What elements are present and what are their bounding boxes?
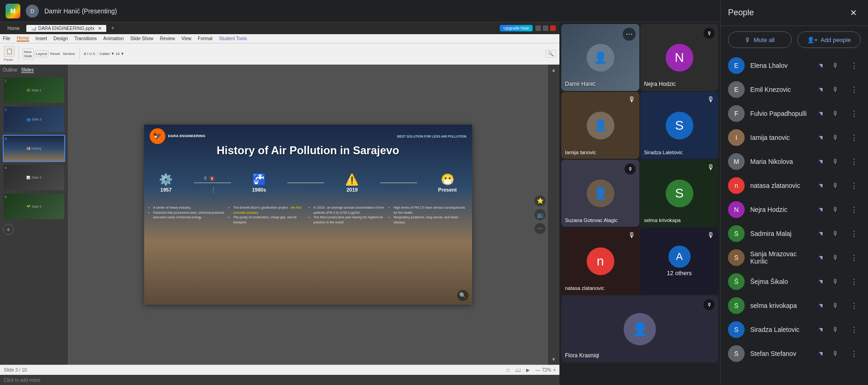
mute-elena-btn[interactable]: 🎙 bbox=[829, 59, 842, 72]
outline-tab[interactable]: Outline bbox=[3, 67, 18, 73]
thumb-1[interactable]: 🌿 Slide 1 1 bbox=[3, 77, 65, 104]
tool-star[interactable]: ⭐ bbox=[534, 195, 546, 206]
mute-nejra-btn[interactable]: 🎙 bbox=[829, 203, 842, 216]
name-stefan: Stefan Stefanov bbox=[750, 350, 813, 357]
more-sanja-btn[interactable]: ⋮ bbox=[848, 251, 861, 264]
video-tile-siradza: S Siradza Laletovic 🎙 bbox=[640, 92, 718, 159]
list-item-nejra[interactable]: N Nejra Hodzic 🇧🇦 🎙 ⋮ bbox=[721, 198, 868, 222]
damir-more-icon[interactable]: ⋯ bbox=[623, 28, 636, 41]
left-panel: M D Damir Hanić (Presenting) Home 📊 DARA… bbox=[0, 0, 720, 385]
video-tile-flora: 👤 Flora Krasniqi 🎙 bbox=[561, 295, 718, 362]
mute-all-btn[interactable]: 🎙 Mute all bbox=[728, 31, 792, 48]
more-stefan-btn[interactable]: ⋮ bbox=[848, 347, 861, 360]
more-iamija-btn[interactable]: ⋮ bbox=[848, 131, 861, 144]
mute-natasa-btn[interactable]: 🎙 bbox=[829, 179, 842, 192]
ppt-content-area: Outline Slides 🌿 Slide 1 1 👥 Slide 2 bbox=[0, 65, 559, 365]
more-emil-btn[interactable]: ⋮ bbox=[848, 83, 861, 96]
menu-view[interactable]: View bbox=[182, 36, 192, 41]
thumb-5[interactable]: 🌱 Slide 5 5 bbox=[3, 193, 65, 220]
close-btn[interactable] bbox=[550, 25, 556, 31]
add-people-btn[interactable]: 👤+ Add people bbox=[797, 31, 861, 48]
tool-presentation[interactable]: 📺 bbox=[534, 209, 546, 220]
paste-btn[interactable]: 📋 bbox=[4, 46, 15, 57]
list-item-elena[interactable]: E Elena Lhalov 🇧🇦 🎙 ⋮ bbox=[721, 54, 868, 78]
menu-design[interactable]: Design bbox=[54, 36, 68, 41]
view-slideshow[interactable]: ▶ bbox=[526, 367, 530, 373]
list-item-sejma[interactable]: Š Šejma Šikalo 🇧🇦 🎙 ⋮ bbox=[721, 270, 868, 294]
more-sejma-btn[interactable]: ⋮ bbox=[848, 275, 861, 288]
menu-review[interactable]: Review bbox=[160, 36, 175, 41]
list-item-stefan[interactable]: S Stefan Stefanov 🇧🇦 🎙 ⋮ bbox=[721, 342, 868, 366]
avatar-nejra: N bbox=[728, 201, 745, 218]
reset-btn[interactable]: Reset bbox=[49, 51, 61, 57]
ppt-tab-close[interactable]: ✕ bbox=[98, 26, 102, 31]
zoom-slider[interactable]: — 72% + bbox=[535, 367, 556, 373]
more-selma-btn[interactable]: ⋮ bbox=[848, 299, 861, 312]
cut-btn[interactable]: Paste bbox=[4, 58, 15, 62]
toolbar-search[interactable]: 🔍 bbox=[546, 50, 556, 58]
scroll-up[interactable]: ▲ bbox=[552, 67, 556, 72]
restore-btn[interactable] bbox=[543, 25, 548, 31]
menu-file[interactable]: File bbox=[3, 36, 10, 41]
new-tab-btn[interactable]: + bbox=[109, 25, 116, 31]
video-tile-selma: S selma krivokapa 🎙 bbox=[640, 160, 718, 227]
menu-student-tools[interactable]: Student Tools bbox=[219, 36, 247, 41]
list-item-iamija[interactable]: I Iamija tanovic 🇧🇦 🎙 ⋮ bbox=[721, 126, 868, 150]
name-natasa: natasa zlatanovic bbox=[750, 182, 813, 189]
mute-sadmira-btn[interactable]: 🎙 bbox=[829, 227, 842, 240]
mute-selma-btn[interactable]: 🎙 bbox=[829, 299, 842, 312]
list-item-maria[interactable]: M Maria Nikolova 🇧🇦 🎙 ⋮ bbox=[721, 150, 868, 174]
ppt-home-tab[interactable]: Home bbox=[4, 25, 24, 32]
top-bar: M D Damir Hanić (Presenting) bbox=[0, 0, 720, 22]
list-item-fulvio[interactable]: F Fulvio Papadhopulli 🇧🇦 🎙 ⋮ bbox=[721, 102, 868, 126]
mute-sejma-btn[interactable]: 🎙 bbox=[829, 275, 842, 288]
menu-transitions[interactable]: Transitions bbox=[74, 36, 97, 41]
view-normal[interactable]: □ bbox=[507, 367, 510, 373]
more-elena-btn[interactable]: ⋮ bbox=[848, 59, 861, 72]
menu-slideshow[interactable]: Slide Show bbox=[130, 36, 153, 41]
list-item-selma[interactable]: S selma krivokapa 🇧🇦 🎙 ⋮ bbox=[721, 294, 868, 318]
menu-format[interactable]: Format bbox=[198, 36, 212, 41]
slides-tab[interactable]: Slides bbox=[21, 67, 34, 73]
mute-sanja-btn[interactable]: 🎙 bbox=[829, 251, 842, 264]
mute-siradza-btn[interactable]: 🎙 bbox=[829, 323, 842, 336]
notes-bar[interactable]: Click to add notes bbox=[0, 375, 559, 385]
list-item-natasa[interactable]: n natasa zlatanovic 🇧🇦 🎙 ⋮ bbox=[721, 174, 868, 198]
name-sanja: Sanja Mrazovac Kurilic bbox=[750, 250, 813, 265]
mute-maria-btn[interactable]: 🎙 bbox=[829, 155, 842, 168]
list-item-sanja[interactable]: S Sanja Mrazovac Kurilic 🇧🇦 🎙 ⋮ bbox=[721, 246, 868, 270]
more-sadmira-btn[interactable]: ⋮ bbox=[848, 227, 861, 240]
add-slide-btn[interactable]: + bbox=[3, 224, 14, 235]
list-item-emil[interactable]: E Emil Knezovic 🇧🇦 🎙 ⋮ bbox=[721, 78, 868, 102]
thumb-3[interactable]: 🏭 History 3 bbox=[3, 135, 65, 162]
slide-zoom-btn[interactable]: 🔍 bbox=[457, 290, 468, 301]
menu-home[interactable]: Home bbox=[17, 36, 29, 42]
view-reading[interactable]: 📖 bbox=[515, 367, 521, 373]
mute-fulvio-btn[interactable]: 🎙 bbox=[829, 107, 842, 120]
minimize-btn[interactable] bbox=[535, 25, 541, 31]
more-nejra-btn[interactable]: ⋮ bbox=[848, 203, 861, 216]
more-maria-btn[interactable]: ⋮ bbox=[848, 155, 861, 168]
video-tile-suzana: 👤 Suzana Gotovac Alagic 🎙 bbox=[561, 160, 639, 227]
list-item-siradza[interactable]: S Siradza Laletovic 🇧🇦 🎙 ⋮ bbox=[721, 318, 868, 342]
mute-stefan-btn[interactable]: 🎙 bbox=[829, 347, 842, 360]
upgrade-now-btn[interactable]: Upgrade Now bbox=[500, 25, 533, 31]
menu-insert[interactable]: Insert bbox=[36, 36, 47, 41]
thumb-2[interactable]: 👥 Slide 2 2 bbox=[3, 106, 65, 133]
name-iamija: Iamija tanovic bbox=[750, 134, 813, 141]
more-siradza-btn[interactable]: ⋮ bbox=[848, 323, 861, 336]
thumb-4[interactable]: 📊 Slide 4 4 bbox=[3, 164, 65, 191]
section-btn[interactable]: Section bbox=[62, 51, 76, 57]
scroll-down[interactable]: ▼ bbox=[552, 357, 556, 362]
mute-emil-btn[interactable]: 🎙 bbox=[829, 83, 842, 96]
more-natasa-btn[interactable]: ⋮ bbox=[848, 179, 861, 192]
menu-animation[interactable]: Animation bbox=[103, 36, 124, 41]
people-close-btn[interactable]: ✕ bbox=[846, 6, 861, 20]
more-fulvio-btn[interactable]: ⋮ bbox=[848, 107, 861, 120]
tool-more[interactable]: ⋯ bbox=[534, 223, 546, 234]
new-slide-btn[interactable]: NewSlide bbox=[23, 48, 34, 60]
mute-iamija-btn[interactable]: 🎙 bbox=[829, 131, 842, 144]
list-item-sadmira[interactable]: S Sadmira Malaj 🇧🇦 🎙 ⋮ bbox=[721, 222, 868, 246]
layout-btn[interactable]: Layout bbox=[35, 50, 49, 57]
timeline-separator-2 bbox=[287, 182, 324, 183]
